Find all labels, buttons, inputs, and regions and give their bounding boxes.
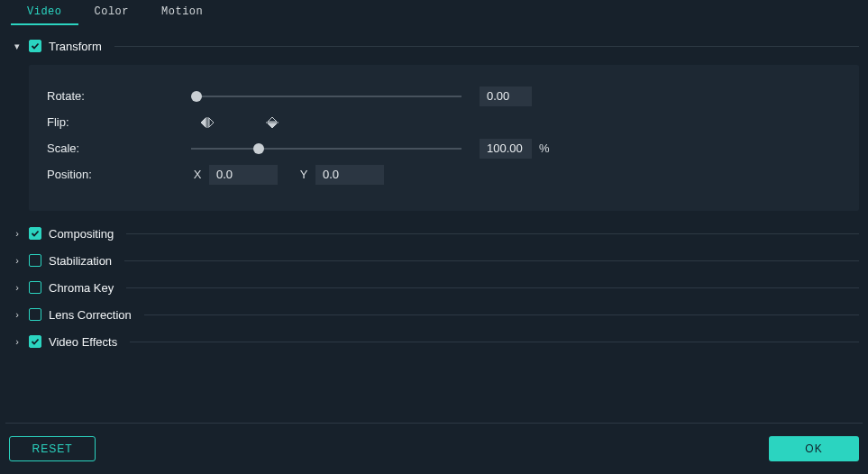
flip-label: Flip:	[47, 115, 191, 129]
divider	[130, 342, 859, 342]
position-y-input[interactable]	[315, 165, 384, 185]
checkbox-compositing[interactable]	[29, 227, 41, 240]
divider	[126, 287, 859, 288]
divider	[5, 423, 863, 424]
reset-button[interactable]: RESET	[9, 436, 96, 461]
scale-input[interactable]	[480, 139, 532, 159]
ok-button[interactable]: OK	[769, 436, 859, 461]
checkbox-transform[interactable]	[29, 40, 41, 52]
section-stabilization-header: › Stabilization	[9, 247, 859, 274]
scale-slider[interactable]	[191, 148, 461, 150]
rotate-input[interactable]	[480, 87, 532, 106]
transform-panel: Rotate: Flip: Scale:	[29, 65, 859, 211]
section-compositing-label: Compositing	[49, 227, 126, 241]
divider	[126, 233, 859, 234]
chevron-right-icon[interactable]: ›	[9, 336, 25, 347]
chevron-right-icon[interactable]: ›	[9, 255, 25, 266]
section-chromakey-header: › Chroma Key	[9, 274, 859, 301]
tab-color[interactable]: Color	[78, 0, 146, 25]
section-transform-header: ▾ Transform	[9, 32, 859, 59]
position-label: Position:	[47, 168, 191, 181]
chevron-down-icon[interactable]: ▾	[9, 41, 25, 52]
divider	[124, 260, 859, 261]
flip-horizontal-icon[interactable]	[196, 114, 218, 131]
checkbox-chromakey[interactable]	[29, 281, 41, 294]
section-videoeffects-header: › Video Effects	[9, 328, 859, 355]
position-x-input[interactable]	[209, 165, 278, 185]
chevron-right-icon[interactable]: ›	[9, 309, 25, 320]
section-lenscorrection-label: Lens Correction	[49, 308, 144, 322]
flip-vertical-icon[interactable]	[261, 114, 283, 131]
chevron-right-icon[interactable]: ›	[9, 282, 25, 293]
rotate-slider-thumb[interactable]	[191, 91, 202, 102]
section-videoeffects-label: Video Effects	[49, 335, 130, 349]
scale-slider-thumb[interactable]	[253, 143, 264, 154]
position-y-label: Y	[297, 168, 310, 181]
section-stabilization-label: Stabilization	[49, 254, 124, 268]
tab-bar: Video Color Motion	[0, 0, 868, 25]
rotate-label: Rotate:	[47, 89, 191, 103]
section-compositing-header: › Compositing	[9, 220, 859, 247]
divider	[114, 46, 859, 47]
divider	[144, 314, 859, 315]
scale-label: Scale:	[47, 141, 191, 155]
checkbox-lenscorrection[interactable]	[29, 308, 41, 321]
position-x-label: X	[191, 168, 204, 181]
scale-unit: %	[539, 141, 550, 155]
tab-video[interactable]: Video	[11, 0, 78, 25]
chevron-right-icon[interactable]: ›	[9, 228, 25, 239]
checkbox-videoeffects[interactable]	[29, 335, 41, 348]
checkbox-stabilization[interactable]	[29, 254, 41, 267]
tab-motion[interactable]: Motion	[145, 0, 219, 25]
rotate-slider[interactable]	[191, 96, 461, 97]
section-lenscorrection-header: › Lens Correction	[9, 301, 859, 328]
section-transform-label: Transform	[49, 40, 114, 53]
section-chromakey-label: Chroma Key	[49, 281, 126, 295]
